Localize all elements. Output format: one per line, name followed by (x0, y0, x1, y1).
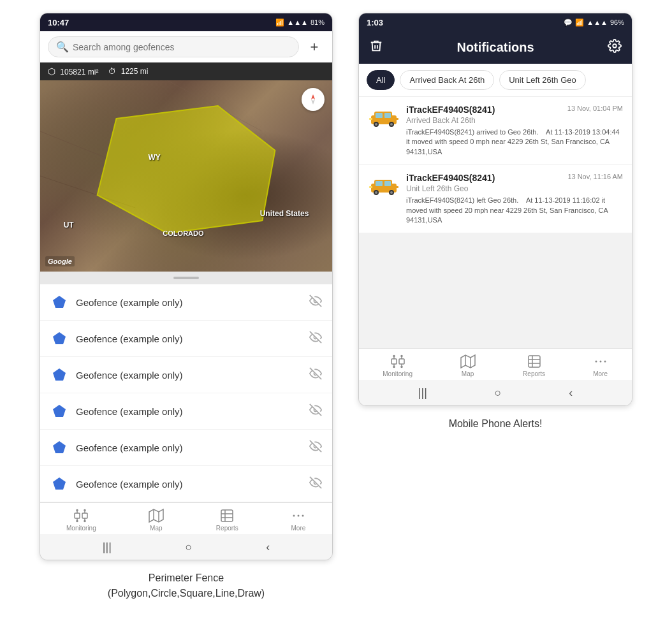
monitoring-icon-right (390, 354, 405, 369)
nav-label-monitoring-left: Monitoring (66, 525, 96, 532)
notif-top-row-2: iTrackEF4940S(8241) 13 Nov, 11:16 AM (406, 173, 623, 183)
filter-tab-left[interactable]: Unit Left 26th Geo (499, 70, 586, 90)
svg-point-36 (297, 515, 299, 517)
svg-rect-57 (369, 186, 372, 188)
map-icon-right (460, 354, 476, 369)
android-home-btn-right[interactable]: ○ (495, 386, 502, 400)
android-menu-btn-right[interactable]: ||| (418, 386, 427, 400)
notification-item-2[interactable]: iTrackEF4940S(8241) 13 Nov, 11:16 AM Uni… (359, 165, 632, 233)
svg-point-68 (401, 367, 402, 368)
left-time: 10:47 (48, 18, 69, 27)
right-caption: Mobile Phone Alerts! (449, 416, 543, 432)
svg-rect-59 (391, 359, 397, 364)
svg-rect-42 (384, 113, 391, 118)
svg-marker-69 (461, 355, 475, 368)
nav-reports-right[interactable]: Reports (523, 354, 545, 377)
right-time: 1:03 (367, 18, 383, 27)
geofence-name-5: Geofence (example only) (76, 442, 302, 453)
svg-point-23 (84, 510, 85, 511)
svg-marker-28 (149, 509, 163, 522)
eye-off-icon-6[interactable] (309, 476, 322, 492)
svg-point-76 (595, 361, 597, 363)
android-back-btn-right[interactable]: ‹ (569, 386, 573, 400)
geofence-item-4[interactable]: Geofence (example only) (40, 393, 332, 430)
filter-tab-arrived[interactable]: Arrived Back At 26th (400, 70, 494, 90)
svg-rect-19 (82, 513, 87, 518)
notif-detail-1: iTrackEF4940S(8241) arrived to Geo 26th.… (406, 127, 623, 157)
nav-more-left[interactable]: More (291, 508, 306, 532)
trash-icon (369, 39, 383, 53)
svg-point-78 (604, 361, 606, 363)
pentagon-icon-1 (52, 295, 67, 310)
more-icon-left (291, 508, 306, 523)
notif-detail-2: iTrackEF4940S(8241) left Geo 26th. At 11… (406, 196, 623, 225)
map-icon-left (149, 508, 164, 523)
delete-icon[interactable] (369, 39, 383, 56)
battery-icon-right: 96% (610, 18, 624, 26)
nav-map-right[interactable]: Map (460, 354, 476, 377)
left-bottom-nav: Monitoring Map Reports (40, 502, 332, 534)
compass-button[interactable] (302, 88, 325, 111)
svg-point-37 (302, 515, 303, 517)
svg-point-38 (613, 44, 617, 48)
geofence-item-6[interactable]: Geofence (example only) (40, 466, 332, 502)
monitoring-icon-left (73, 508, 89, 523)
svg-point-55 (375, 191, 377, 194)
notif-event-2: Unit Left 26th Geo (406, 184, 623, 193)
map-area[interactable]: WY UT COLORADO United States Google (40, 80, 332, 272)
svg-point-63 (393, 356, 395, 357)
notifications-header: Notifications (359, 31, 632, 64)
notification-item-1[interactable]: iTrackEF4940S(8241) 13 Nov, 01:04 PM Arr… (359, 97, 632, 165)
eye-off-icon-2[interactable] (309, 331, 322, 347)
signal-icon: ▲▲▲ (287, 18, 308, 26)
eye-off-icon-1[interactable] (309, 295, 322, 310)
pentagon-icon-6 (52, 476, 67, 491)
svg-marker-16 (53, 477, 66, 490)
nav-label-reports-right: Reports (523, 370, 545, 377)
eye-off-icon-3[interactable] (309, 367, 322, 383)
eye-off-icon-4[interactable] (309, 404, 322, 419)
pentagon-icon-5 (52, 440, 67, 455)
wifi-icon: 📶 (275, 18, 284, 27)
svg-marker-5 (311, 99, 315, 105)
left-phone: 10:47 📶 ▲▲▲ 81% 🔍 + ⬡ 105821 mi² ⏱ 122 (40, 13, 333, 560)
nav-more-right[interactable]: More (593, 354, 608, 377)
android-back-btn-left[interactable]: ‹ (266, 541, 270, 554)
svg-point-64 (401, 356, 402, 357)
filter-tab-all[interactable]: All (367, 70, 395, 90)
geofence-item-5[interactable]: Geofence (example only) (40, 430, 332, 466)
compass-icon (307, 93, 319, 106)
search-icon: 🔍 (56, 41, 69, 53)
left-status-bar: 10:47 📶 ▲▲▲ 81% (40, 13, 332, 31)
geofence-name-2: Geofence (example only) (76, 333, 302, 344)
search-input-wrap[interactable]: 🔍 (48, 36, 299, 57)
reports-icon-left (219, 508, 235, 523)
search-input[interactable] (73, 42, 291, 52)
notif-content-2: iTrackEF4940S(8241) 13 Nov, 11:16 AM Uni… (406, 173, 623, 225)
eye-off-icon-5[interactable] (309, 440, 322, 456)
notif-vehicle-1: iTrackEF4940S(8241) (406, 105, 495, 115)
nav-reports-left[interactable]: Reports (216, 508, 238, 532)
geofence-item-1[interactable]: Geofence (example only) (40, 284, 332, 321)
left-status-icons: 📶 ▲▲▲ 81% (275, 18, 325, 27)
android-menu-btn-left[interactable]: ||| (103, 541, 112, 554)
android-home-btn-left[interactable]: ○ (186, 541, 193, 554)
nav-label-more-left: More (291, 525, 306, 532)
nav-monitoring-right[interactable]: Monitoring (383, 354, 413, 377)
svg-point-67 (393, 367, 395, 368)
geofence-icon-5 (50, 439, 68, 456)
notif-time-1: 13 Nov, 01:04 PM (567, 105, 623, 112)
geofence-item-2[interactable]: Geofence (example only) (40, 321, 332, 357)
nav-map-left[interactable]: Map (149, 508, 164, 532)
geofence-item-3[interactable]: Geofence (example only) (40, 357, 332, 393)
nav-monitoring-left[interactable]: Monitoring (66, 508, 96, 532)
pentagon-icon-2 (52, 331, 67, 346)
settings-icon[interactable] (608, 39, 622, 56)
notif-content-1: iTrackEF4940S(8241) 13 Nov, 01:04 PM Arr… (406, 105, 623, 157)
map-label-us: United States (260, 209, 309, 218)
geofence-name-4: Geofence (example only) (76, 406, 302, 417)
nav-label-reports-left: Reports (216, 525, 238, 532)
car-icon-wrap-1 (368, 105, 400, 130)
nav-label-monitoring-right: Monitoring (383, 370, 413, 377)
add-geofence-button[interactable]: + (304, 37, 325, 57)
